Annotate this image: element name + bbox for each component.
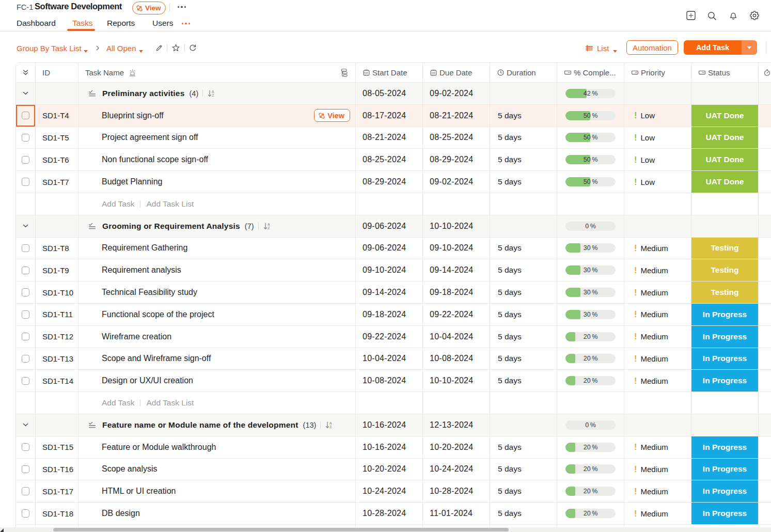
svg-text:Z: Z xyxy=(268,226,270,230)
svg-text:A: A xyxy=(212,90,214,93)
svg-text:A: A xyxy=(329,421,332,425)
svg-text:Z: Z xyxy=(212,93,214,97)
svg-text:Z: Z xyxy=(330,425,333,429)
svg-text:A: A xyxy=(268,223,270,226)
